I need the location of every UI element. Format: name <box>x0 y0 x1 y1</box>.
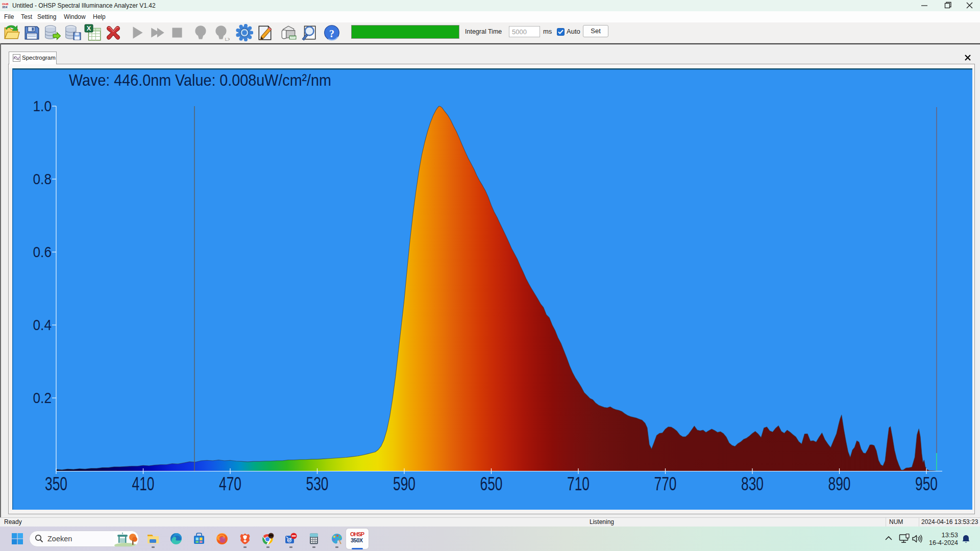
svg-text:0.6: 0.6 <box>33 243 52 260</box>
svg-text:35X: 35X <box>2 6 8 9</box>
svg-text:350: 350 <box>45 473 67 494</box>
svg-text:530: 530 <box>306 473 329 494</box>
svg-text:0.2: 0.2 <box>33 389 52 406</box>
svg-text:950: 950 <box>915 473 938 494</box>
svg-text:1.0: 1.0 <box>33 97 52 114</box>
svg-text:Wave: 446.0nm Value: 0.008uW/c: Wave: 446.0nm Value: 0.008uW/cm²/nm <box>69 71 331 89</box>
svg-text:650: 650 <box>480 473 503 494</box>
svg-text:b: b <box>288 538 290 543</box>
svg-text:410: 410 <box>132 473 155 494</box>
svg-text:830: 830 <box>741 473 764 494</box>
svg-text:890: 890 <box>828 473 851 494</box>
svg-text:710: 710 <box>567 473 590 494</box>
svg-text:770: 770 <box>654 473 677 494</box>
svg-text:X: X <box>87 24 91 32</box>
svg-text:0.4: 0.4 <box>33 316 52 333</box>
svg-text:0.8: 0.8 <box>33 170 52 187</box>
svg-text:LX: LX <box>225 36 230 41</box>
svg-text:?: ? <box>329 28 334 39</box>
svg-text:590: 590 <box>393 473 415 494</box>
svg-text:470: 470 <box>219 473 241 494</box>
